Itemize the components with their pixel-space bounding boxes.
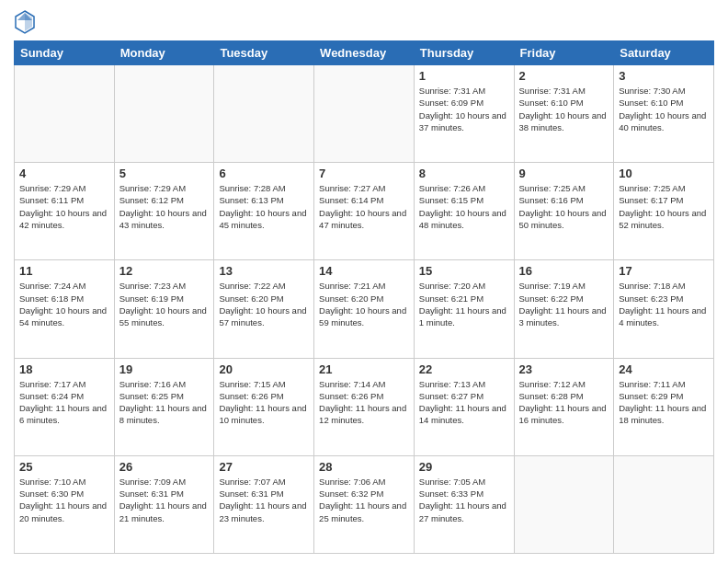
week-row-3: 11Sunrise: 7:24 AM Sunset: 6:18 PM Dayli… [15, 260, 714, 358]
week-row-5: 25Sunrise: 7:10 AM Sunset: 6:30 PM Dayli… [15, 455, 714, 553]
day-header-saturday: Saturday [614, 41, 714, 65]
day-number: 23 [519, 362, 609, 376]
day-info: Sunrise: 7:25 AM Sunset: 6:17 PM Dayligh… [619, 182, 709, 231]
calendar-cell: 29Sunrise: 7:05 AM Sunset: 6:33 PM Dayli… [414, 455, 514, 553]
day-info: Sunrise: 7:15 AM Sunset: 6:26 PM Dayligh… [219, 378, 309, 427]
calendar-cell: 6Sunrise: 7:28 AM Sunset: 6:13 PM Daylig… [214, 163, 314, 260]
calendar-cell: 28Sunrise: 7:06 AM Sunset: 6:32 PM Dayli… [314, 455, 415, 553]
day-number: 24 [619, 362, 709, 376]
day-number: 26 [119, 460, 210, 474]
day-number: 17 [619, 264, 709, 278]
day-header-thursday: Thursday [414, 41, 514, 65]
day-info: Sunrise: 7:26 AM Sunset: 6:15 PM Dayligh… [419, 182, 509, 231]
day-number: 5 [119, 167, 210, 180]
calendar-cell: 8Sunrise: 7:26 AM Sunset: 6:15 PM Daylig… [414, 163, 514, 260]
day-number: 22 [419, 362, 509, 376]
day-number: 18 [19, 362, 109, 376]
header [14, 9, 714, 35]
calendar-cell [114, 65, 214, 163]
day-info: Sunrise: 7:23 AM Sunset: 6:19 PM Dayligh… [119, 280, 210, 328]
calendar-cell: 27Sunrise: 7:07 AM Sunset: 6:31 PM Dayli… [214, 455, 314, 553]
day-info: Sunrise: 7:29 AM Sunset: 6:11 PM Dayligh… [19, 182, 109, 231]
day-info: Sunrise: 7:17 AM Sunset: 6:24 PM Dayligh… [19, 378, 109, 427]
calendar-cell: 21Sunrise: 7:14 AM Sunset: 6:26 PM Dayli… [314, 358, 415, 455]
calendar-cell [214, 65, 314, 163]
calendar-cell: 10Sunrise: 7:25 AM Sunset: 6:17 PM Dayli… [614, 163, 714, 260]
calendar-cell: 23Sunrise: 7:12 AM Sunset: 6:28 PM Dayli… [514, 358, 614, 455]
day-info: Sunrise: 7:29 AM Sunset: 6:12 PM Dayligh… [119, 182, 210, 231]
day-info: Sunrise: 7:06 AM Sunset: 6:32 PM Dayligh… [319, 476, 409, 524]
calendar-table: SundayMondayTuesdayWednesdayThursdayFrid… [14, 40, 714, 554]
week-row-2: 4Sunrise: 7:29 AM Sunset: 6:11 PM Daylig… [15, 163, 714, 260]
day-info: Sunrise: 7:18 AM Sunset: 6:23 PM Dayligh… [619, 280, 709, 328]
day-info: Sunrise: 7:12 AM Sunset: 6:28 PM Dayligh… [519, 378, 609, 427]
calendar-cell: 13Sunrise: 7:22 AM Sunset: 6:20 PM Dayli… [214, 260, 314, 358]
calendar-cell: 18Sunrise: 7:17 AM Sunset: 6:24 PM Dayli… [15, 358, 115, 455]
day-info: Sunrise: 7:27 AM Sunset: 6:14 PM Dayligh… [319, 182, 409, 231]
calendar-cell: 14Sunrise: 7:21 AM Sunset: 6:20 PM Dayli… [314, 260, 415, 358]
calendar-cell: 22Sunrise: 7:13 AM Sunset: 6:27 PM Dayli… [414, 358, 514, 455]
day-info: Sunrise: 7:19 AM Sunset: 6:22 PM Dayligh… [519, 280, 609, 328]
day-info: Sunrise: 7:20 AM Sunset: 6:21 PM Dayligh… [419, 280, 509, 328]
day-number: 25 [19, 460, 109, 474]
day-number: 21 [319, 362, 409, 376]
calendar-cell: 9Sunrise: 7:25 AM Sunset: 6:16 PM Daylig… [514, 163, 614, 260]
calendar-cell: 1Sunrise: 7:31 AM Sunset: 6:09 PM Daylig… [414, 65, 514, 163]
day-number: 27 [219, 460, 309, 474]
calendar-cell: 24Sunrise: 7:11 AM Sunset: 6:29 PM Dayli… [614, 358, 714, 455]
calendar-cell: 2Sunrise: 7:31 AM Sunset: 6:10 PM Daylig… [514, 65, 614, 163]
day-number: 2 [519, 69, 609, 83]
calendar-cell: 20Sunrise: 7:15 AM Sunset: 6:26 PM Dayli… [214, 358, 314, 455]
calendar-cell: 12Sunrise: 7:23 AM Sunset: 6:19 PM Dayli… [114, 260, 214, 358]
logo-icon [14, 9, 36, 35]
calendar-cell: 25Sunrise: 7:10 AM Sunset: 6:30 PM Dayli… [15, 455, 115, 553]
calendar-cell: 16Sunrise: 7:19 AM Sunset: 6:22 PM Dayli… [514, 260, 614, 358]
calendar-cell [15, 65, 115, 163]
day-number: 19 [119, 362, 210, 376]
day-info: Sunrise: 7:31 AM Sunset: 6:10 PM Dayligh… [519, 85, 609, 133]
day-info: Sunrise: 7:09 AM Sunset: 6:31 PM Dayligh… [119, 476, 210, 524]
day-number: 4 [19, 167, 109, 180]
day-info: Sunrise: 7:24 AM Sunset: 6:18 PM Dayligh… [19, 280, 109, 328]
day-number: 8 [419, 167, 509, 180]
calendar-cell: 4Sunrise: 7:29 AM Sunset: 6:11 PM Daylig… [15, 163, 115, 260]
day-info: Sunrise: 7:10 AM Sunset: 6:30 PM Dayligh… [19, 476, 109, 524]
day-number: 9 [519, 167, 609, 180]
logo [14, 9, 40, 35]
calendar-cell: 26Sunrise: 7:09 AM Sunset: 6:31 PM Dayli… [114, 455, 214, 553]
day-info: Sunrise: 7:13 AM Sunset: 6:27 PM Dayligh… [419, 378, 509, 427]
day-header-sunday: Sunday [15, 41, 115, 65]
calendar-cell: 15Sunrise: 7:20 AM Sunset: 6:21 PM Dayli… [414, 260, 514, 358]
day-number: 20 [219, 362, 309, 376]
day-info: Sunrise: 7:07 AM Sunset: 6:31 PM Dayligh… [219, 476, 309, 524]
day-number: 7 [319, 167, 409, 180]
calendar-cell [514, 455, 614, 553]
day-number: 28 [319, 460, 409, 474]
day-header-monday: Monday [114, 41, 214, 65]
day-number: 15 [419, 264, 509, 278]
day-info: Sunrise: 7:22 AM Sunset: 6:20 PM Dayligh… [219, 280, 309, 328]
calendar-cell: 7Sunrise: 7:27 AM Sunset: 6:14 PM Daylig… [314, 163, 415, 260]
day-number: 10 [619, 167, 709, 180]
day-info: Sunrise: 7:11 AM Sunset: 6:29 PM Dayligh… [619, 378, 709, 427]
calendar-cell [614, 455, 714, 553]
week-row-4: 18Sunrise: 7:17 AM Sunset: 6:24 PM Dayli… [15, 358, 714, 455]
day-header-tuesday: Tuesday [214, 41, 314, 65]
day-info: Sunrise: 7:14 AM Sunset: 6:26 PM Dayligh… [319, 378, 409, 427]
calendar-cell [314, 65, 415, 163]
calendar-cell: 5Sunrise: 7:29 AM Sunset: 6:12 PM Daylig… [114, 163, 214, 260]
day-number: 16 [519, 264, 609, 278]
day-info: Sunrise: 7:30 AM Sunset: 6:10 PM Dayligh… [619, 85, 709, 133]
day-number: 1 [419, 69, 509, 83]
calendar-cell: 17Sunrise: 7:18 AM Sunset: 6:23 PM Dayli… [614, 260, 714, 358]
calendar-cell: 19Sunrise: 7:16 AM Sunset: 6:25 PM Dayli… [114, 358, 214, 455]
day-info: Sunrise: 7:21 AM Sunset: 6:20 PM Dayligh… [319, 280, 409, 328]
day-info: Sunrise: 7:31 AM Sunset: 6:09 PM Dayligh… [419, 85, 509, 133]
day-number: 14 [319, 264, 409, 278]
day-number: 29 [419, 460, 509, 474]
day-header-friday: Friday [514, 41, 614, 65]
page: SundayMondayTuesdayWednesdayThursdayFrid… [0, 0, 728, 563]
day-number: 6 [219, 167, 309, 180]
calendar-cell: 3Sunrise: 7:30 AM Sunset: 6:10 PM Daylig… [614, 65, 714, 163]
day-info: Sunrise: 7:05 AM Sunset: 6:33 PM Dayligh… [419, 476, 509, 524]
